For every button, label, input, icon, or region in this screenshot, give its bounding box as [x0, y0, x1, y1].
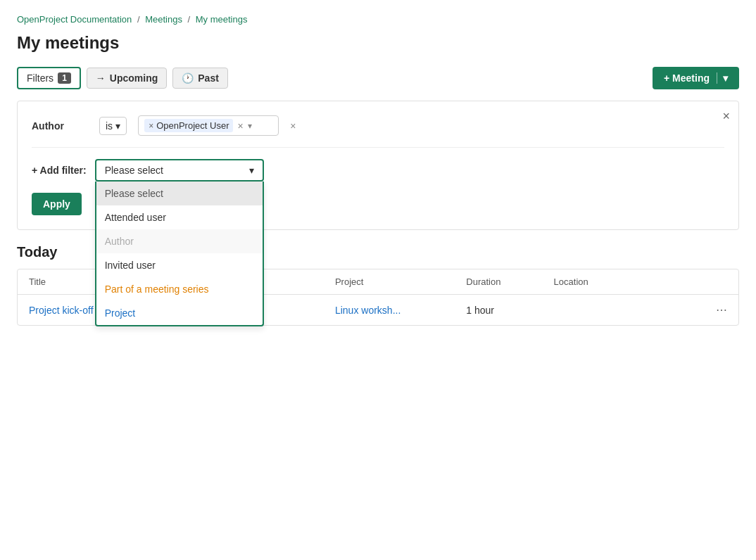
- col-location: Location: [554, 276, 685, 287]
- page-title: My meetings: [17, 33, 739, 53]
- dropdown-item-invited-user[interactable]: Invited user: [96, 253, 263, 277]
- new-meeting-button[interactable]: + Meeting ▾: [653, 67, 739, 89]
- filter-select-wrapper: Please select ▾ Please select Attended u…: [95, 159, 264, 182]
- dropdown-item-part-of-meeting-series[interactable]: Part of a meeting series: [96, 277, 263, 301]
- col-actions: [685, 276, 727, 287]
- author-filter-row: Author is ▾ × OpenProject User × ▾ ×: [32, 115, 724, 148]
- past-tab[interactable]: 🕐 Past: [172, 68, 228, 89]
- row-actions-button[interactable]: ⋯: [716, 303, 727, 317]
- operator-arrow-icon: ▾: [115, 120, 120, 132]
- filter-dropdown-menu: Please select Attended user Author Invit…: [95, 182, 264, 326]
- breadcrumb-link-openproject[interactable]: OpenProject Documentation: [17, 14, 132, 25]
- meeting-duration: 1 hour: [466, 305, 553, 316]
- remove-tag-icon[interactable]: ×: [149, 121, 153, 131]
- dropdown-item-attended-user[interactable]: Attended user: [96, 205, 263, 229]
- toolbar: Filters 1 → Upcoming 🕐 Past + Meeting ▾: [17, 67, 739, 89]
- filters-button[interactable]: Filters 1: [17, 67, 81, 89]
- filter-select-arrow-icon: ▾: [249, 165, 254, 176]
- operator-label: is: [106, 120, 113, 132]
- clear-value-icon[interactable]: ×: [237, 120, 243, 132]
- filter-tag: × OpenProject User: [144, 119, 233, 132]
- author-filter-label: Author: [32, 120, 88, 132]
- apply-button[interactable]: Apply: [32, 193, 82, 215]
- breadcrumb-link-meetings[interactable]: Meetings: [145, 14, 182, 25]
- upcoming-label: Upcoming: [110, 72, 158, 84]
- new-meeting-dropdown-arrow: ▾: [717, 72, 728, 84]
- filters-badge: 1: [58, 72, 71, 84]
- filters-label: Filters: [27, 72, 53, 84]
- filter-operator-dropdown[interactable]: is ▾: [99, 117, 127, 135]
- close-filters-button[interactable]: ×: [722, 110, 730, 122]
- dropdown-item-project[interactable]: Project: [96, 301, 263, 325]
- filter-tag-label: OpenProject User: [156, 120, 229, 131]
- value-chevron-icon[interactable]: ▾: [248, 121, 252, 131]
- dropdown-item-please-select[interactable]: Please select: [96, 182, 263, 205]
- breadcrumb: OpenProject Documentation / Meetings / M…: [17, 14, 739, 25]
- upcoming-icon: →: [96, 72, 106, 84]
- dropdown-item-author: Author: [96, 229, 263, 253]
- add-filter-row: + Add filter: Please select ▾ Please sel…: [32, 159, 724, 182]
- col-project: Project: [335, 276, 466, 287]
- filters-panel: × Author is ▾ × OpenProject User × ▾ × +…: [17, 101, 739, 230]
- past-icon: 🕐: [182, 72, 194, 84]
- upcoming-tab[interactable]: → Upcoming: [87, 68, 167, 89]
- new-meeting-label: + Meeting: [664, 72, 710, 84]
- filter-select-button[interactable]: Please select ▾: [95, 159, 264, 182]
- breadcrumb-link-my-meetings[interactable]: My meetings: [196, 14, 248, 25]
- filter-select-label: Please select: [105, 165, 163, 176]
- meeting-project-link[interactable]: Linux worksh...: [335, 305, 466, 316]
- add-filter-label: + Add filter:: [32, 159, 87, 176]
- toolbar-left: Filters 1 → Upcoming 🕐 Past: [17, 67, 228, 89]
- past-label: Past: [198, 72, 219, 84]
- filter-value-box: × OpenProject User × ▾: [138, 115, 279, 136]
- col-duration: Duration: [466, 276, 553, 287]
- remove-filter-icon[interactable]: ×: [290, 120, 296, 132]
- row-actions: ⋯: [685, 303, 727, 317]
